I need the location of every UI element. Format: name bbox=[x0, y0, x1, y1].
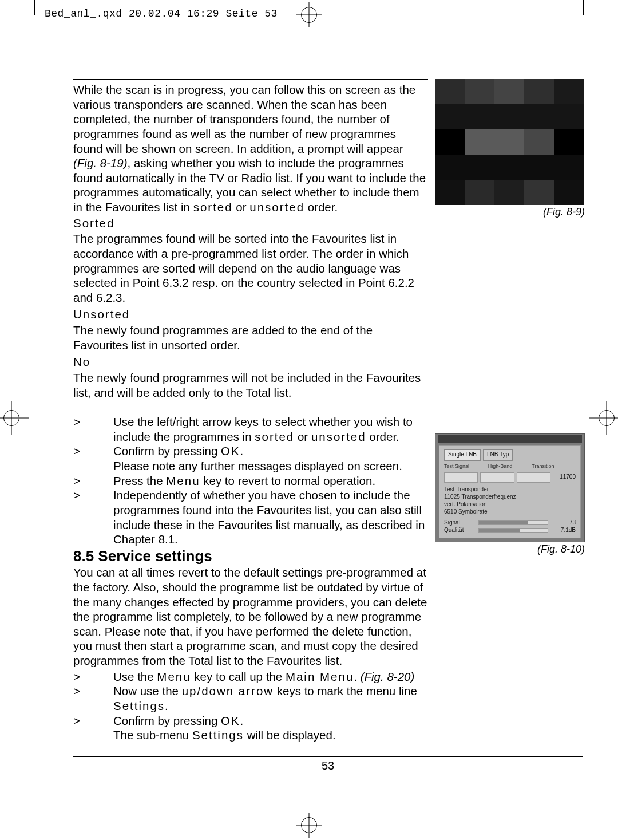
list-item: > Now use the up/down arrow keys to mark… bbox=[73, 684, 428, 713]
section-8-5-body: You can at all times revert to the defau… bbox=[73, 565, 428, 668]
print-header: Bed_anl_.qxd 20.02.04 16:29 Seite 53 bbox=[45, 8, 278, 19]
main-text-column: While the scan is in progress, you can f… bbox=[73, 79, 428, 743]
instruction-list-1: > Use the left/right arrow keys to selec… bbox=[73, 415, 428, 547]
figure-8-10-caption: (Fig. 8-10) bbox=[435, 543, 585, 555]
registration-mark-right bbox=[589, 401, 618, 435]
page: Bed_anl_.qxd 20.02.04 16:29 Seite 53 Whi… bbox=[0, 0, 618, 840]
figure-8-9-caption: (Fig. 8-9) bbox=[435, 206, 585, 218]
sorted-body: The programmes found will be sorted into… bbox=[73, 231, 428, 305]
page-number: 53 bbox=[73, 759, 583, 772]
unsorted-heading: Unsorted bbox=[73, 307, 428, 322]
section-heading-8-5: 8.5 Service settings bbox=[73, 547, 428, 566]
list-item: > Use the Menu key to call up the Main M… bbox=[73, 669, 428, 684]
list-item: > Confirm by pressing OK. Please note an… bbox=[73, 444, 428, 473]
registration-mark-left bbox=[0, 401, 29, 435]
no-heading: No bbox=[73, 354, 428, 369]
crop-marks-bottom bbox=[0, 817, 618, 840]
intro-paragraph: While the scan is in progress, you can f… bbox=[73, 82, 428, 215]
sorted-heading: Sorted bbox=[73, 216, 428, 231]
list-item: > Confirm by pressing OK. The sub-menu S… bbox=[73, 713, 428, 743]
fig-tab: Single LNB bbox=[444, 449, 481, 461]
list-item: > Press the Menu key to revert to normal… bbox=[73, 474, 428, 488]
footer-rule bbox=[73, 756, 583, 757]
no-body: The newly found programmes will not be i… bbox=[73, 370, 428, 400]
figures-column: (Fig. 8-9) Single LNB LNB Typ Test Signa… bbox=[435, 79, 585, 555]
list-item: > Use the left/right arrow keys to selec… bbox=[73, 415, 428, 444]
list-item: > Independently of whether you have chos… bbox=[73, 488, 428, 547]
figure-8-10-image: Single LNB LNB Typ Test Signal High-Band… bbox=[435, 433, 585, 542]
instruction-list-2: > Use the Menu key to call up the Main M… bbox=[73, 669, 428, 743]
fig-tab: LNB Typ bbox=[483, 449, 513, 461]
figure-8-9-image bbox=[435, 79, 584, 205]
unsorted-body: The newly found programmes are added to … bbox=[73, 323, 428, 352]
